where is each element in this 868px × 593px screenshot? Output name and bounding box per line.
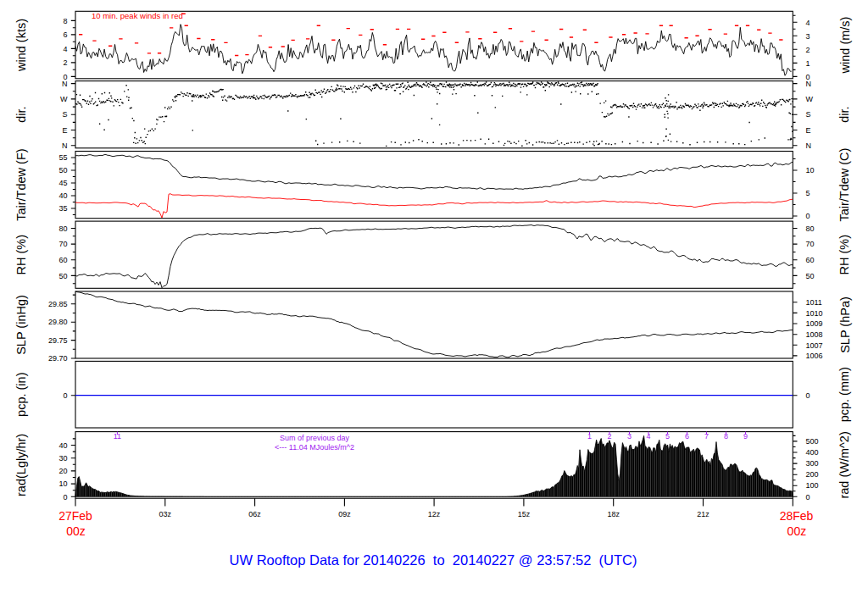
svg-text:29.85: 29.85	[48, 300, 68, 308]
svg-text:N: N	[62, 141, 68, 150]
svg-text:29.75: 29.75	[48, 336, 68, 345]
svg-text:30: 30	[58, 454, 67, 463]
svg-text:1010: 1010	[806, 309, 823, 318]
svg-text:1006: 1006	[806, 352, 823, 360]
svg-text:1011: 1011	[806, 298, 822, 307]
svg-text:0: 0	[63, 493, 67, 502]
svg-text:UW Rooftop Data for 20140226: UW Rooftop Data for 20140226 to 20140227…	[230, 552, 637, 568]
svg-text:Sum of previous day: Sum of previous day	[280, 434, 350, 442]
svg-text:N: N	[62, 80, 68, 88]
svg-text:10 min. peak winds in red: 10 min. peak winds in red	[92, 11, 183, 20]
svg-text:12z: 12z	[428, 510, 441, 518]
svg-text:1007: 1007	[806, 341, 823, 350]
svg-text:50: 50	[58, 166, 67, 175]
svg-text:2: 2	[63, 58, 67, 67]
svg-text:55: 55	[58, 153, 67, 162]
svg-text:1009: 1009	[806, 319, 823, 328]
svg-text:35: 35	[58, 204, 67, 213]
svg-text:RH (%): RH (%)	[14, 235, 28, 275]
svg-text:rad(Lgly/hr): rad(Lgly/hr)	[14, 434, 28, 496]
svg-text:80: 80	[806, 224, 815, 233]
svg-text:S: S	[806, 110, 811, 119]
svg-text:N: N	[806, 80, 812, 88]
svg-text:300: 300	[806, 459, 819, 468]
svg-text:50: 50	[58, 272, 67, 280]
svg-text:27Feb: 27Feb	[58, 509, 92, 523]
svg-text:50: 50	[806, 272, 815, 280]
svg-text:00z: 00z	[66, 524, 86, 538]
svg-text:rad (W/m^2): rad (W/m^2)	[838, 431, 852, 498]
svg-text:1: 1	[806, 59, 810, 68]
svg-text:RH (%): RH (%)	[838, 235, 852, 275]
svg-text:40: 40	[58, 441, 67, 450]
svg-text:7: 7	[704, 432, 709, 441]
svg-text:N: N	[806, 141, 812, 150]
svg-text:00z: 00z	[787, 524, 807, 538]
svg-text:60: 60	[58, 256, 67, 264]
svg-text:pcp. (in): pcp. (in)	[14, 373, 28, 417]
svg-text:10: 10	[58, 479, 67, 488]
svg-text:18z: 18z	[607, 510, 620, 518]
svg-text:28Feb: 28Feb	[780, 509, 814, 523]
svg-text:4: 4	[63, 45, 67, 53]
svg-text:500: 500	[806, 437, 819, 446]
svg-text:Tair/Tdew (C): Tair/Tdew (C)	[838, 148, 852, 222]
svg-text:4: 4	[806, 19, 810, 27]
svg-text:dir.: dir.	[14, 107, 28, 123]
svg-text:S: S	[62, 110, 67, 119]
svg-text:70: 70	[58, 240, 67, 248]
svg-text:70: 70	[806, 240, 815, 248]
svg-text:0: 0	[806, 493, 810, 502]
svg-text:3: 3	[627, 432, 632, 441]
svg-text:SLP (hPa): SLP (hPa)	[838, 296, 852, 353]
svg-text:29.70: 29.70	[48, 354, 68, 363]
svg-text:45: 45	[58, 179, 67, 187]
svg-text:<--- 11.04 MJoules/m^2: <--- 11.04 MJoules/m^2	[275, 443, 354, 452]
svg-text:6: 6	[63, 30, 67, 39]
svg-text:5: 5	[665, 432, 670, 441]
svg-text:SLP (inHg): SLP (inHg)	[14, 295, 28, 355]
svg-text:21z: 21z	[697, 510, 709, 518]
svg-text:80: 80	[58, 224, 67, 233]
svg-text:3: 3	[806, 32, 810, 41]
svg-text:06z: 06z	[248, 510, 261, 518]
svg-text:10: 10	[806, 166, 815, 175]
svg-text:4: 4	[646, 432, 650, 441]
svg-text:2: 2	[806, 46, 810, 54]
svg-text:40: 40	[58, 191, 67, 200]
svg-text:pcp. (mm): pcp. (mm)	[838, 367, 852, 422]
svg-text:2: 2	[607, 432, 611, 441]
svg-text:9: 9	[743, 432, 748, 441]
svg-text:6: 6	[685, 432, 689, 441]
svg-text:1008: 1008	[806, 330, 823, 339]
svg-text:8: 8	[724, 432, 728, 441]
svg-text:E: E	[806, 126, 811, 135]
svg-text:E: E	[62, 126, 67, 135]
svg-text:20: 20	[58, 467, 67, 475]
svg-text:200: 200	[806, 470, 819, 479]
svg-text:400: 400	[806, 448, 819, 457]
svg-text:dir.: dir.	[838, 107, 852, 123]
svg-text:60: 60	[806, 256, 815, 264]
svg-text:0: 0	[806, 391, 810, 400]
svg-text:W: W	[806, 95, 814, 103]
svg-text:1: 1	[587, 432, 592, 441]
svg-text:15z: 15z	[518, 510, 531, 518]
svg-text:100: 100	[806, 481, 819, 490]
svg-text:11: 11	[114, 432, 121, 441]
svg-text:W: W	[60, 95, 68, 103]
svg-text:09z: 09z	[338, 510, 351, 518]
svg-text:5: 5	[806, 189, 810, 197]
svg-text:wind (m/s): wind (m/s)	[838, 17, 852, 75]
svg-text:8: 8	[63, 17, 67, 25]
svg-text:0: 0	[63, 391, 67, 400]
svg-text:03z: 03z	[159, 510, 172, 518]
svg-text:wind (kts): wind (kts)	[14, 19, 28, 72]
svg-text:29.80: 29.80	[48, 318, 68, 326]
svg-text:Tair/Tdew (F): Tair/Tdew (F)	[14, 148, 28, 220]
svg-text:0: 0	[806, 212, 810, 220]
